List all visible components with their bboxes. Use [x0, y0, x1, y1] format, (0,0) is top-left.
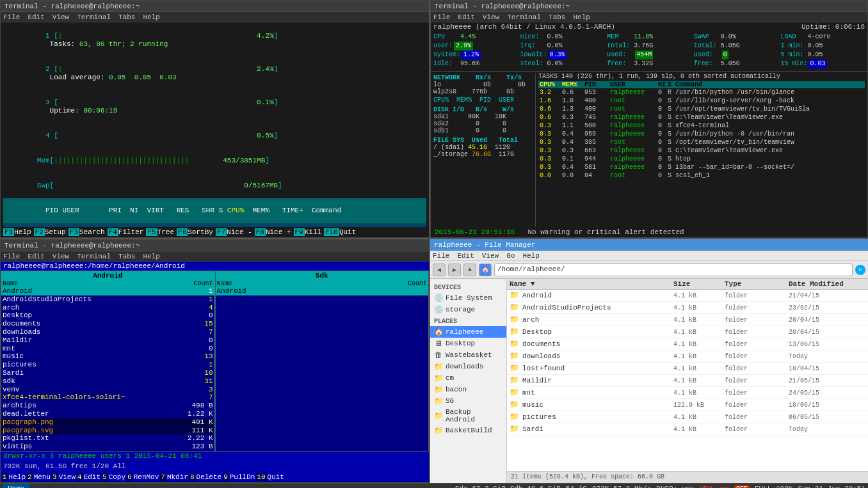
menu-file-tl[interactable]: File [3, 13, 20, 21]
mem-bar: Mem[|||||||||||||||||||||||||||||||| 453… [3, 148, 426, 173]
mc-left-item-android[interactable]: Android 1 [1, 287, 214, 295]
mc-left-item-pacgraphsvg[interactable]: pacgraph.svg 111 K [1, 427, 214, 435]
menu-help-tr[interactable]: Help [573, 13, 590, 21]
mc-left-item-desktop[interactable]: Desktop 0 [1, 311, 214, 320]
fm-file-arch[interactable]: 📁 arch 4.1 kB folder 20/04/15 [507, 314, 868, 326]
filesystem-icon: 💿 [434, 294, 443, 303]
menu-file-bl[interactable]: File [3, 253, 20, 260]
mc-right-item-android[interactable]: Android [216, 287, 429, 295]
mc-left-item-pkglist[interactable]: pkglist.txt 2.22 K [1, 434, 214, 443]
menu-terminal-tr[interactable]: Terminal [507, 13, 541, 21]
back-button[interactable]: ◀ [433, 264, 446, 276]
folder-icon: 📁 [510, 424, 520, 434]
mc-left-item-deadletter[interactable]: dead.letter 1.22 K [1, 410, 214, 418]
fm-column-header: Name ▼ Size Type Date Modified [507, 279, 868, 290]
sidebar-item-downloads[interactable]: 📁 downloads [430, 361, 506, 372]
home-button[interactable]: 🏠 [479, 264, 492, 276]
menu-file-tr[interactable]: File [433, 13, 450, 21]
mc-left-item-arch[interactable]: arch 4 [1, 304, 214, 312]
mc-left-item-xfce4[interactable]: xfce4-terminal-colors-solari~ 7 [1, 393, 214, 402]
fm-menu-edit[interactable]: Edit [457, 252, 474, 260]
up-button[interactable]: ▲ [463, 264, 476, 276]
menu-terminal-bl[interactable]: Terminal [77, 253, 111, 260]
sidebar-item-desktop[interactable]: 🖥 Desktop [430, 338, 506, 349]
mc-prompt-bar: ralpheeee@ralpheeee:/home/ralpheeee/Andr… [1, 262, 429, 271]
top-right-content: ralpheeee (arch 64bit / Linux 4.0.5-1-AR… [431, 22, 867, 237]
sidebar-item-cm[interactable]: 📁 cm [430, 372, 506, 384]
storage-icon: 💿 [434, 305, 443, 314]
fm-menu-help[interactable]: Help [522, 252, 539, 260]
fm-menu-view[interactable]: View [482, 252, 499, 260]
top-left-menubar: File Edit View Terminal Tabs Help [1, 12, 429, 22]
mc-left-item-maildir[interactable]: Maildir 0 [1, 336, 214, 345]
sidebar-item-ralpheeee[interactable]: 🏠 ralpheeee [430, 326, 506, 338]
fm-file-android[interactable]: 📁 Android 4.1 kB folder 21/04/15 [507, 290, 868, 302]
menu-tabs-tr[interactable]: Tabs [549, 13, 565, 21]
sidebar-item-filesystem[interactable]: 💿 File System [430, 292, 506, 304]
dhcp-info: DHCP: yes [656, 485, 694, 488]
folder-icon: 📁 [510, 388, 520, 398]
top-left-titlebar: Terminal - ralpheeee@ralpheeee:~ [1, 1, 429, 12]
fm-file-pictures[interactable]: 📁 pictures 4.1 kB folder 06/05/15 [507, 411, 868, 423]
fm-file-lost-found[interactable]: 📁 lost+found 4.1 kB folder 18/04/15 [507, 363, 868, 375]
fm-menu-go[interactable]: Go [506, 252, 515, 260]
forward-button[interactable]: ▶ [448, 264, 461, 276]
tr-process-list: 3.2 0.6 953 ralpheeee 0 R /usr/bin/pytho… [538, 88, 865, 227]
fm-file-maildir[interactable]: 📁 Maildir 4.1 kB folder 21/05/15 [507, 375, 868, 387]
reload-button[interactable]: ↻ [855, 265, 865, 275]
mc-left-item-documents[interactable]: documents 15 [1, 320, 214, 328]
mc-left-item-archtips[interactable]: archtips 498 B [1, 402, 214, 410]
bacon-icon: 📁 [434, 385, 443, 394]
lower-stats-grid: NETWORK Rx/s Tx/s lo 0b 0b wlp2s0 776b 0… [431, 73, 867, 227]
mc-bottom-keys: 1Help 2Menu 3View 4Edit 5Copy 6RenMov 7M… [1, 472, 429, 482]
address-bar[interactable]: /home/ralpheeee/ [494, 264, 853, 276]
mc-left-item-music[interactable]: music 13 [1, 352, 214, 361]
menu-edit-bl[interactable]: Edit [28, 253, 44, 260]
fm-file-androidstudio[interactable]: 📁 AndroidStudioProjects 4.1 kB folder 23… [507, 302, 868, 314]
cpu-bar-3: 3 [ 0.1%] Uptime: 00:06:19 [3, 90, 426, 123]
mc-left-item-sardi[interactable]: Sardi 10 [1, 369, 214, 377]
mc-left-item-mnt[interactable]: mnt 0 [1, 345, 214, 353]
mc-left-item-pictures[interactable]: pictures 1 [1, 361, 214, 369]
fm-file-downloads[interactable]: 📁 downloads 4.1 kB folder Today [507, 350, 868, 363]
home-button-taskbar[interactable]: Home [3, 484, 29, 488]
fm-titlebar: ralpheeee - File Manager [430, 239, 868, 251]
menu-view-tr[interactable]: View [483, 13, 499, 21]
sidebar-item-sg[interactable]: 📁 SG [430, 395, 506, 407]
menu-view-tl[interactable]: View [52, 13, 69, 21]
menu-edit-tr[interactable]: Edit [458, 13, 474, 21]
mc-left-item-vimtips[interactable]: vimtips 123 B [1, 443, 214, 451]
sidebar-item-storage[interactable]: 💿 storage [430, 304, 506, 315]
devices-section-header: DEVICES [430, 281, 506, 292]
mc-panels: Android Name Count Android 1 AndroidStud… [1, 271, 429, 452]
menu-view-bl[interactable]: View [52, 253, 69, 260]
mc-left-item-androidstudio[interactable]: AndroidStudioProjects 1 [1, 295, 214, 304]
fm-file-music[interactable]: 📁 music 122.9 kB folder 10/06/15 [507, 399, 868, 411]
mc-left-item-venv[interactable]: venv 3 [1, 386, 214, 394]
fm-file-documents[interactable]: 📁 documents 4.1 kB folder 13/06/15 [507, 338, 868, 350]
menu-edit-tl[interactable]: Edit [28, 13, 44, 21]
sidebar-item-basketbuild[interactable]: 📁 BasketBuild [430, 425, 506, 436]
htop-bottom-bar: F1Help F2Setup F3Search F4Filter F5Tree … [1, 227, 429, 237]
folder-icon: 📁 [510, 363, 520, 374]
mc-left-item-pacgraphpng[interactable]: pacgraph.png 401 K [1, 418, 214, 427]
menu-terminal-tl[interactable]: Terminal [77, 13, 111, 21]
fm-file-desktop[interactable]: 📁 Desktop 4.1 kB folder 20/04/15 [507, 326, 868, 338]
menu-help-tl[interactable]: Help [143, 13, 159, 21]
fm-menu-file[interactable]: File [433, 252, 449, 260]
top-right-menubar: File Edit View Terminal Tabs Help [431, 12, 867, 22]
menu-tabs-bl[interactable]: Tabs [118, 253, 135, 260]
fm-file-mnt[interactable]: 📁 mnt 4.1 kB folder 24/05/15 [507, 387, 868, 399]
file-manager-window: ralpheeee - File Manager File Edit View … [430, 239, 868, 483]
menu-tabs-tl[interactable]: Tabs [118, 13, 135, 21]
mc-left-item-sdk[interactable]: sdk 31 [1, 377, 214, 386]
menu-help-bl[interactable]: Help [143, 253, 159, 260]
sidebar-item-backup-android[interactable]: 📁 Backup Android [430, 407, 506, 425]
fm-file-sardi[interactable]: 📁 Sardi 4.1 kB folder Today [507, 423, 868, 436]
basketbuild-icon: 📁 [434, 426, 443, 435]
fm-file-list: 📁 Android 4.1 kB folder 21/04/15 📁 Andro… [507, 290, 868, 471]
mc-left-item-downloads[interactable]: downloads 7 [1, 328, 214, 336]
sidebar-item-bacon[interactable]: 📁 bacon [430, 384, 506, 395]
sidebar-item-wastebasket[interactable]: 🗑 Wastebasket [430, 349, 506, 361]
folder-icon: 📁 [510, 412, 520, 422]
